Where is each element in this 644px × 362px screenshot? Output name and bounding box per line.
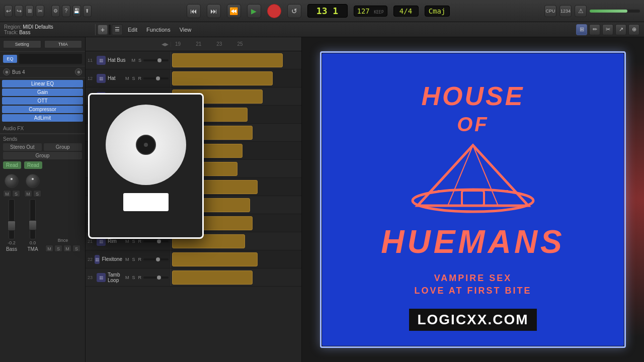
record-21[interactable]: R <box>137 238 143 244</box>
mute-button-3[interactable]: M <box>45 245 53 252</box>
save-button[interactable]: 💾 <box>72 5 81 17</box>
mute-11[interactable]: M <box>130 57 136 63</box>
eraser-tool-button[interactable]: ✂ <box>602 24 613 35</box>
track-icon-23: ▦ <box>97 273 106 282</box>
master-volume-slider[interactable] <box>590 10 640 13</box>
snap-button[interactable]: ⊞ <box>25 5 34 17</box>
volume-11[interactable] <box>143 59 169 61</box>
volume-21[interactable] <box>143 240 169 242</box>
bus-link-left[interactable]: ⊕ <box>3 68 10 75</box>
plugin-item-lineareq[interactable]: Linear EQ <box>2 80 83 87</box>
track-number-22: 22 <box>88 257 93 262</box>
pencil-tool-button[interactable]: ✏ <box>589 24 600 35</box>
mute-22[interactable]: M <box>124 256 130 262</box>
eq-row: EQ <box>0 52 85 66</box>
track-content-23[interactable] <box>171 268 301 286</box>
record-button[interactable] <box>267 4 281 18</box>
sends-section: Sends Stereo Out Group Group Read Read <box>0 134 85 171</box>
region-track-info: Region: MIDI Defaults Track: Bass <box>4 24 96 35</box>
fader-1: M S -0.2 Bass <box>3 174 20 252</box>
time-sig-display[interactable]: 4/4 <box>393 6 419 17</box>
time-display-button[interactable]: 1234 <box>559 5 572 17</box>
solo-12[interactable]: S <box>131 75 136 81</box>
solo-button-2[interactable]: S <box>33 190 41 197</box>
solo-button-1[interactable]: S <box>12 190 20 197</box>
pan-knob-1[interactable] <box>5 174 19 188</box>
functions-menu-button[interactable]: Functions <box>142 26 175 34</box>
arrow-tool-button[interactable]: ↗ <box>615 24 626 35</box>
solo-22[interactable]: S <box>131 256 136 262</box>
track-controls-11: M S <box>130 57 169 63</box>
fader-handle-1[interactable] <box>8 221 16 231</box>
cpu-monitor-button[interactable]: CPU <box>544 5 556 17</box>
play-button[interactable]: ▶ <box>247 4 261 18</box>
toolbar-divider <box>109 25 111 35</box>
key-value: Cmaj <box>429 7 446 15</box>
solo-21[interactable]: S <box>131 238 136 244</box>
setting-button[interactable]: Setting <box>3 40 41 48</box>
region-label: Region: MIDI Defaults <box>4 24 91 30</box>
volume-12[interactable] <box>143 77 169 79</box>
cut-button[interactable]: ✂ <box>36 5 44 17</box>
track-content-11[interactable] <box>171 51 301 69</box>
pan-knob-2[interactable] <box>26 174 40 188</box>
plugin-item-gain[interactable]: Gain <box>2 88 83 96</box>
fader-track-1[interactable] <box>9 199 15 239</box>
zoom-tool-button[interactable]: ⊕ <box>628 24 639 35</box>
view-menu-button[interactable]: View <box>176 26 196 34</box>
mute-12[interactable]: M <box>124 75 130 81</box>
cycle-button[interactable]: ↺ <box>287 4 301 18</box>
grid-tool-button[interactable]: ⊞ <box>576 24 587 35</box>
solo-button-3[interactable]: S <box>54 245 62 252</box>
vinyl-disc <box>106 105 186 185</box>
tma-button[interactable]: TMA <box>44 40 83 48</box>
undo-button[interactable]: ↩ <box>4 5 13 17</box>
add-track-button[interactable]: + <box>98 25 108 35</box>
forward-button[interactable]: ⏭ <box>207 4 221 18</box>
solo-11[interactable]: S <box>137 57 142 63</box>
redo-button[interactable]: ↪ <box>15 5 23 17</box>
track-content-22[interactable] <box>171 250 301 268</box>
tempo-display[interactable]: 127 KEEP <box>354 6 387 17</box>
fader-handle-2[interactable] <box>29 220 37 230</box>
fader-track-2[interactable] <box>30 199 36 239</box>
record-22[interactable]: R <box>137 256 143 262</box>
mute-23[interactable]: M <box>124 275 130 281</box>
edit-menu-button[interactable]: Edit <box>124 26 141 34</box>
settings-button[interactable]: ⚙ <box>51 5 60 17</box>
read-button-2[interactable]: Read <box>24 161 42 169</box>
mute-button-2[interactable]: M <box>24 190 32 197</box>
vinyl-popup[interactable] <box>88 93 204 239</box>
track-name-21: Rim <box>108 238 122 244</box>
record-12[interactable]: R <box>137 75 143 81</box>
export-button[interactable]: ⬆ <box>83 5 92 17</box>
volume-23[interactable] <box>143 277 169 279</box>
clip-23[interactable] <box>172 270 253 285</box>
volume-22[interactable] <box>143 258 169 260</box>
mute-21[interactable]: M <box>124 238 130 244</box>
plugin-item-ott[interactable]: OTT <box>2 97 83 105</box>
rewind-button[interactable]: ⏮ <box>187 4 201 18</box>
plugin-item-adlimit[interactable]: AdLimit <box>2 114 83 122</box>
eq-button[interactable]: EQ <box>3 55 17 63</box>
plugin-item-compressor[interactable]: Compressor <box>2 106 83 113</box>
key-display[interactable]: Cmaj <box>425 6 450 17</box>
mute-button-1[interactable]: M <box>3 190 11 197</box>
track-controls-23: M S R <box>124 275 169 281</box>
marker-25: 25 <box>237 41 243 47</box>
solo-button-4[interactable]: S <box>72 245 80 252</box>
track-view-toggle[interactable]: ☰ <box>112 24 123 35</box>
help-button[interactable]: ? <box>62 5 70 17</box>
solo-23[interactable]: S <box>131 275 136 281</box>
track-content-12[interactable] <box>171 69 301 87</box>
bus-link-right[interactable]: ⊕ <box>75 68 82 75</box>
clip-22[interactable] <box>172 252 258 266</box>
record-23[interactable]: R <box>137 275 143 281</box>
volume-thumb-22 <box>156 257 160 261</box>
mute-button-4[interactable]: M <box>63 245 71 252</box>
skip-back-button[interactable]: ⏪ <box>227 4 241 18</box>
alert-button[interactable]: ⚠ <box>575 5 587 17</box>
clip-12[interactable] <box>172 71 273 85</box>
read-button-1[interactable]: Read <box>3 161 21 169</box>
clip-11[interactable] <box>172 53 283 67</box>
